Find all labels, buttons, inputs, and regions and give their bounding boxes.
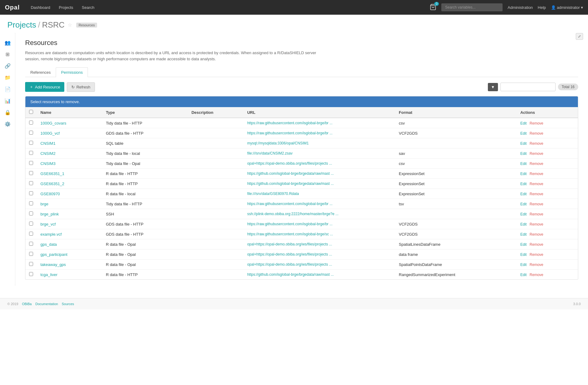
sidebar-icon-data[interactable]: 📊 <box>3 96 13 106</box>
tab-references[interactable]: References <box>25 67 56 77</box>
edit-link-7[interactable]: Edit <box>520 192 527 196</box>
resource-link-15[interactable]: tcga_liver <box>40 272 58 277</box>
edit-link-2[interactable]: Edit <box>520 141 527 146</box>
remove-link-3[interactable]: Remove <box>530 151 543 156</box>
resource-link-11[interactable]: example.vcf <box>40 232 62 237</box>
resource-link-10[interactable]: brge_vcf <box>40 222 56 226</box>
row-checkbox-0[interactable] <box>29 121 33 125</box>
nav-projects[interactable]: Projects <box>55 3 77 12</box>
remove-link-14[interactable]: Remove <box>530 263 543 267</box>
row-checkbox-7[interactable] <box>29 191 33 195</box>
edit-link-5[interactable]: Edit <box>520 172 527 176</box>
edit-link-9[interactable]: Edit <box>520 212 527 216</box>
row-checkbox-15[interactable] <box>29 272 33 276</box>
resource-link-5[interactable]: GSE66351_1 <box>40 171 64 176</box>
edit-link-8[interactable]: Edit <box>520 202 527 206</box>
resource-link-7[interactable]: GSE80970 <box>40 192 60 196</box>
resource-link-8[interactable]: brge <box>40 202 48 206</box>
edit-link-13[interactable]: Edit <box>520 252 527 257</box>
sidebar-icon-lock[interactable]: 🔒 <box>3 107 13 117</box>
resource-link-14[interactable]: takeaway_gps <box>40 262 66 267</box>
row-checkbox-3[interactable] <box>29 151 33 155</box>
resource-link-0[interactable]: 1000G_covars <box>40 121 66 125</box>
sidebar-icon-file[interactable]: 📄 <box>3 84 13 94</box>
edit-link-10[interactable]: Edit <box>520 222 527 226</box>
filter-input[interactable] <box>500 83 556 91</box>
remove-link-11[interactable]: Remove <box>530 232 543 237</box>
row-type-6: R data file - HTTP <box>102 179 188 189</box>
search-input[interactable] <box>441 3 503 11</box>
tabs: References Permissions <box>25 67 578 77</box>
edit-link-3[interactable]: Edit <box>520 151 527 156</box>
row-url-12: opal+https://opal-demo.obiba.org/ws/file… <box>243 239 395 249</box>
edit-link-12[interactable]: Edit <box>520 242 527 247</box>
cart-icon[interactable]: 0 <box>430 4 436 11</box>
edit-link-4[interactable]: Edit <box>520 162 527 166</box>
row-checkbox-14[interactable] <box>29 262 33 266</box>
filter-icon-button[interactable]: ▼ <box>488 83 498 91</box>
edit-link-1[interactable]: Edit <box>520 131 527 136</box>
edit-link-11[interactable]: Edit <box>520 232 527 237</box>
edit-link-6[interactable]: Edit <box>520 182 527 186</box>
remove-link-15[interactable]: Remove <box>530 273 543 277</box>
remove-link-10[interactable]: Remove <box>530 222 543 226</box>
resource-link-9[interactable]: brge_plink <box>40 212 59 216</box>
nav-administration[interactable]: Administration <box>507 5 533 10</box>
resource-link-3[interactable]: CNSIM2 <box>40 151 55 156</box>
row-checkbox-2[interactable] <box>29 141 33 145</box>
sidebar-icon-users[interactable]: 👥 <box>3 38 13 47</box>
edit-link-15[interactable]: Edit <box>520 273 527 277</box>
row-checkbox-9[interactable] <box>29 211 33 215</box>
remove-link-12[interactable]: Remove <box>530 242 543 247</box>
footer-documentation[interactable]: Documentation <box>35 302 58 306</box>
row-type-2: SQL table <box>102 138 188 148</box>
row-checkbox-12[interactable] <box>29 242 33 246</box>
sidebar-icon-settings[interactable]: ⚙️ <box>3 119 13 129</box>
nav-search[interactable]: Search <box>78 3 98 12</box>
row-checkbox-cell-9 <box>25 209 37 219</box>
resource-link-4[interactable]: CNSIM3 <box>40 161 55 166</box>
tab-permissions[interactable]: Permissions <box>56 67 88 77</box>
row-description-10 <box>188 219 243 229</box>
row-checkbox-11[interactable] <box>29 232 33 236</box>
remove-link-5[interactable]: Remove <box>530 172 543 176</box>
refresh-button[interactable]: ↻ Refresh <box>67 82 95 92</box>
edit-link-0[interactable]: Edit <box>520 121 527 125</box>
remove-link-1[interactable]: Remove <box>530 131 543 136</box>
remove-link-8[interactable]: Remove <box>530 202 543 206</box>
resource-link-1[interactable]: 1000G_vcf <box>40 131 60 136</box>
row-checkbox-10[interactable] <box>29 222 33 226</box>
add-resource-button[interactable]: ＋ Add Resource <box>25 82 64 92</box>
resource-link-13[interactable]: gps_participant <box>40 252 67 257</box>
resource-link-12[interactable]: gps_data <box>40 242 57 247</box>
remove-link-0[interactable]: Remove <box>530 121 543 125</box>
breadcrumb-projects[interactable]: Projects <box>7 20 36 30</box>
resource-link-6[interactable]: GSE66351_2 <box>40 181 64 186</box>
resource-link-2[interactable]: CNSIM1 <box>40 141 55 146</box>
remove-link-9[interactable]: Remove <box>530 212 543 216</box>
remove-link-2[interactable]: Remove <box>530 141 543 146</box>
remove-link-13[interactable]: Remove <box>530 252 543 257</box>
remove-link-7[interactable]: Remove <box>530 192 543 196</box>
row-checkbox-4[interactable] <box>29 161 33 165</box>
remove-link-4[interactable]: Remove <box>530 162 543 166</box>
footer-sources[interactable]: Sources <box>62 302 74 306</box>
row-checkbox-5[interactable] <box>29 171 33 175</box>
sidebar-icon-link[interactable]: 🔗 <box>3 61 13 71</box>
expand-button[interactable]: ⤢ <box>576 33 583 40</box>
edit-link-14[interactable]: Edit <box>520 263 527 267</box>
row-checkbox-8[interactable] <box>29 201 33 205</box>
nav-user[interactable]: 👤 administrator ▾ <box>551 5 583 10</box>
nav-help[interactable]: Help <box>538 5 546 10</box>
footer-obiba[interactable]: OBiBa <box>22 302 32 306</box>
row-checkbox-13[interactable] <box>29 252 33 256</box>
sidebar-icon-table[interactable]: ⊞ <box>3 49 13 59</box>
select-all-checkbox[interactable] <box>29 110 33 114</box>
remove-link-6[interactable]: Remove <box>530 182 543 186</box>
row-checkbox-1[interactable] <box>29 131 33 135</box>
sidebar-icon-folder[interactable]: 📁 <box>3 73 13 82</box>
row-checkbox-6[interactable] <box>29 181 33 185</box>
star-icon[interactable]: ☆ <box>68 22 72 28</box>
row-actions-0: Edit Remove <box>517 118 578 128</box>
nav-dashboard[interactable]: Dashboard <box>27 3 54 12</box>
